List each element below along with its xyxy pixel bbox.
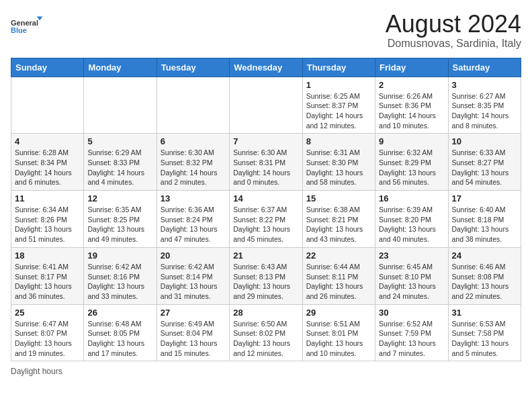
- day-number: 24: [452, 250, 517, 261]
- day-number: 20: [161, 250, 226, 261]
- day-info: Sunrise: 6:35 AMSunset: 8:25 PMDaylight:…: [87, 205, 152, 244]
- svg-text:General: General: [11, 19, 38, 27]
- day-number: 1: [306, 80, 371, 90]
- day-cell: 23Sunrise: 6:45 AMSunset: 8:10 PMDayligh…: [375, 247, 448, 304]
- day-info: Sunrise: 6:47 AMSunset: 8:07 PMDaylight:…: [15, 319, 80, 359]
- day-info: Sunrise: 6:33 AMSunset: 8:27 PMDaylight:…: [452, 148, 517, 187]
- page-header: General Blue August 2024 Domusnovas, Sar…: [11, 11, 521, 50]
- day-cell: 13Sunrise: 6:36 AMSunset: 8:24 PMDayligh…: [157, 191, 229, 248]
- day-number: 27: [161, 308, 226, 318]
- header-saturday: Saturday: [448, 58, 521, 77]
- day-cell: 16Sunrise: 6:39 AMSunset: 8:20 PMDayligh…: [375, 191, 448, 248]
- day-number: 28: [233, 308, 298, 318]
- day-info: Sunrise: 6:36 AMSunset: 8:24 PMDaylight:…: [161, 205, 226, 244]
- week-row-1: 1Sunrise: 6:25 AMSunset: 8:37 PMDaylight…: [11, 77, 521, 134]
- day-cell: 27Sunrise: 6:49 AMSunset: 8:04 PMDayligh…: [157, 304, 229, 361]
- day-number: 29: [306, 308, 371, 318]
- day-cell: 31Sunrise: 6:53 AMSunset: 7:58 PMDayligh…: [448, 304, 521, 361]
- day-cell: 17Sunrise: 6:40 AMSunset: 8:18 PMDayligh…: [448, 191, 521, 248]
- day-info: Sunrise: 6:46 AMSunset: 8:08 PMDaylight:…: [452, 262, 517, 302]
- day-number: 13: [161, 193, 226, 203]
- calendar-header-row: SundayMondayTuesdayWednesdayThursdayFrid…: [11, 58, 521, 77]
- day-info: Sunrise: 6:52 AMSunset: 7:59 PMDaylight:…: [379, 319, 444, 359]
- day-number: 2: [379, 80, 444, 90]
- day-info: Sunrise: 6:41 AMSunset: 8:17 PMDaylight:…: [15, 262, 80, 302]
- day-number: 26: [87, 308, 152, 318]
- day-cell: 15Sunrise: 6:38 AMSunset: 8:21 PMDayligh…: [302, 191, 375, 248]
- day-info: Sunrise: 6:42 AMSunset: 8:16 PMDaylight:…: [87, 262, 152, 302]
- day-number: 25: [15, 308, 80, 318]
- day-info: Sunrise: 6:39 AMSunset: 8:20 PMDaylight:…: [379, 205, 444, 244]
- day-number: 3: [452, 80, 517, 90]
- day-cell: 2Sunrise: 6:26 AMSunset: 8:36 PMDaylight…: [375, 77, 448, 134]
- day-cell: 19Sunrise: 6:42 AMSunset: 8:16 PMDayligh…: [84, 247, 157, 304]
- day-number: 7: [233, 136, 298, 146]
- day-cell: [11, 77, 84, 134]
- day-cell: 6Sunrise: 6:30 AMSunset: 8:32 PMDaylight…: [157, 134, 229, 191]
- logo-svg: General Blue: [11, 11, 44, 41]
- day-info: Sunrise: 6:51 AMSunset: 8:01 PMDaylight:…: [306, 319, 371, 359]
- day-number: 21: [233, 250, 298, 261]
- day-cell: 22Sunrise: 6:44 AMSunset: 8:11 PMDayligh…: [302, 247, 375, 304]
- day-info: Sunrise: 6:32 AMSunset: 8:29 PMDaylight:…: [379, 148, 444, 187]
- day-info: Sunrise: 6:30 AMSunset: 8:32 PMDaylight:…: [161, 148, 226, 187]
- day-cell: 25Sunrise: 6:47 AMSunset: 8:07 PMDayligh…: [11, 304, 84, 361]
- day-cell: 26Sunrise: 6:48 AMSunset: 8:05 PMDayligh…: [84, 304, 157, 361]
- day-info: Sunrise: 6:50 AMSunset: 8:02 PMDaylight:…: [233, 319, 298, 359]
- week-row-2: 4Sunrise: 6:28 AMSunset: 8:34 PMDaylight…: [11, 134, 521, 191]
- day-number: 23: [379, 250, 444, 261]
- page-subtitle: Domusnovas, Sardinia, Italy: [386, 38, 521, 50]
- week-row-4: 18Sunrise: 6:41 AMSunset: 8:17 PMDayligh…: [11, 247, 521, 304]
- week-row-5: 25Sunrise: 6:47 AMSunset: 8:07 PMDayligh…: [11, 304, 521, 361]
- day-info: Sunrise: 6:34 AMSunset: 8:26 PMDaylight:…: [15, 205, 80, 244]
- day-info: Sunrise: 6:37 AMSunset: 8:22 PMDaylight:…: [233, 205, 298, 244]
- day-number: 22: [306, 250, 371, 261]
- day-cell: 8Sunrise: 6:31 AMSunset: 8:30 PMDaylight…: [302, 134, 375, 191]
- day-number: 9: [379, 136, 444, 146]
- day-cell: 10Sunrise: 6:33 AMSunset: 8:27 PMDayligh…: [448, 134, 521, 191]
- day-info: Sunrise: 6:29 AMSunset: 8:33 PMDaylight:…: [87, 148, 152, 187]
- header-wednesday: Wednesday: [230, 58, 302, 77]
- day-cell: 3Sunrise: 6:27 AMSunset: 8:35 PMDaylight…: [448, 77, 521, 134]
- day-number: 8: [306, 136, 371, 146]
- day-number: 30: [379, 308, 444, 318]
- header-monday: Monday: [84, 58, 157, 77]
- day-info: Sunrise: 6:53 AMSunset: 7:58 PMDaylight:…: [452, 319, 517, 359]
- day-cell: 11Sunrise: 6:34 AMSunset: 8:26 PMDayligh…: [11, 191, 84, 248]
- header-sunday: Sunday: [11, 58, 84, 77]
- day-info: Sunrise: 6:44 AMSunset: 8:11 PMDaylight:…: [306, 262, 371, 302]
- day-number: 19: [87, 250, 152, 261]
- calendar-footer: Daylight hours: [11, 367, 521, 376]
- day-number: 5: [87, 136, 152, 146]
- day-number: 6: [161, 136, 226, 146]
- day-info: Sunrise: 6:26 AMSunset: 8:36 PMDaylight:…: [379, 91, 444, 131]
- header-thursday: Thursday: [302, 58, 375, 77]
- day-cell: [230, 77, 302, 134]
- day-info: Sunrise: 6:38 AMSunset: 8:21 PMDaylight:…: [306, 205, 371, 244]
- day-cell: 4Sunrise: 6:28 AMSunset: 8:34 PMDaylight…: [11, 134, 84, 191]
- day-cell: 20Sunrise: 6:42 AMSunset: 8:14 PMDayligh…: [157, 247, 229, 304]
- day-cell: 7Sunrise: 6:30 AMSunset: 8:31 PMDaylight…: [230, 134, 302, 191]
- day-cell: 5Sunrise: 6:29 AMSunset: 8:33 PMDaylight…: [84, 134, 157, 191]
- day-cell: 1Sunrise: 6:25 AMSunset: 8:37 PMDaylight…: [302, 77, 375, 134]
- day-number: 10: [452, 136, 517, 146]
- title-block: August 2024 Domusnovas, Sardinia, Italy: [386, 11, 521, 50]
- week-row-3: 11Sunrise: 6:34 AMSunset: 8:26 PMDayligh…: [11, 191, 521, 248]
- daylight-label: Daylight hours: [11, 367, 62, 376]
- day-number: 31: [452, 308, 517, 318]
- day-info: Sunrise: 6:43 AMSunset: 8:13 PMDaylight:…: [233, 262, 298, 302]
- day-number: 18: [15, 250, 80, 261]
- header-tuesday: Tuesday: [157, 58, 229, 77]
- day-cell: [157, 77, 229, 134]
- day-number: 14: [233, 193, 298, 203]
- day-cell: 12Sunrise: 6:35 AMSunset: 8:25 PMDayligh…: [84, 191, 157, 248]
- day-cell: [84, 77, 157, 134]
- day-info: Sunrise: 6:27 AMSunset: 8:35 PMDaylight:…: [452, 91, 517, 131]
- svg-text:Blue: Blue: [11, 26, 27, 34]
- day-info: Sunrise: 6:48 AMSunset: 8:05 PMDaylight:…: [87, 319, 152, 359]
- day-info: Sunrise: 6:49 AMSunset: 8:04 PMDaylight:…: [161, 319, 226, 359]
- day-cell: 24Sunrise: 6:46 AMSunset: 8:08 PMDayligh…: [448, 247, 521, 304]
- day-cell: 9Sunrise: 6:32 AMSunset: 8:29 PMDaylight…: [375, 134, 448, 191]
- header-friday: Friday: [375, 58, 448, 77]
- day-number: 15: [306, 193, 371, 203]
